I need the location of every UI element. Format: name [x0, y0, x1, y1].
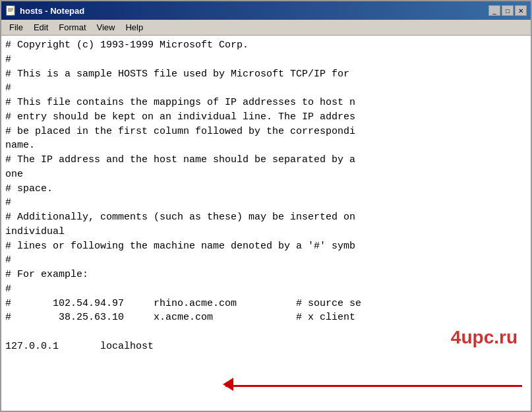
line-12: # — [5, 196, 527, 210]
close-button[interactable]: ✕ — [515, 5, 527, 16]
menu-view[interactable]: View — [92, 21, 121, 34]
window-title: hosts - Notepad — [20, 6, 488, 16]
text-area[interactable]: # Copyright (c) 1993-1999 Microsoft Corp… — [1, 36, 531, 411]
line-8: name. — [5, 138, 527, 153]
menu-edit[interactable]: Edit — [28, 21, 53, 34]
arrow-line — [225, 385, 522, 387]
line-15: # lines or following the machine name de… — [5, 239, 527, 254]
maximize-button[interactable]: □ — [502, 5, 514, 16]
line-13: # Additionally, comments (such as these)… — [5, 210, 527, 225]
arrow-head-icon — [223, 378, 233, 391]
line-2: # — [5, 53, 527, 67]
line-10: one — [5, 167, 527, 182]
line-16: # — [5, 253, 527, 268]
line-11: # space. — [5, 182, 527, 196]
line-1: # Copyright (c) 1993-1999 Microsoft Corp… — [5, 38, 527, 53]
window-controls: _ □ ✕ — [488, 5, 527, 16]
menu-file[interactable]: File — [4, 21, 28, 34]
line-7: # be placed in the first column followed… — [5, 125, 527, 139]
line-6: # entry should be kept on an individual … — [5, 110, 527, 125]
line-4: # — [5, 81, 527, 96]
line-18: # — [5, 282, 527, 297]
line-17: # For example: — [5, 268, 527, 282]
line-20: # 38.25.63.10 x.acme.com # x client — [5, 310, 527, 325]
line-9: # The IP address and the host name shoul… — [5, 153, 527, 167]
line-5: # This file contains the mappings of IP … — [5, 96, 527, 110]
menu-bar: File Edit Format View Help — [1, 20, 531, 36]
svg-rect-1 — [7, 6, 12, 15]
menu-help[interactable]: Help — [120, 21, 148, 34]
line-19: # 102.54.94.97 rhino.acme.com # source s… — [5, 297, 527, 311]
line-3: # This is a sample HOSTS file used by Mi… — [5, 67, 527, 82]
app-icon — [5, 5, 16, 16]
line-14: individual — [5, 225, 527, 239]
main-window: hosts - Notepad _ □ ✕ File Edit Format V… — [0, 0, 532, 412]
title-bar: hosts - Notepad _ □ ✕ — [1, 1, 531, 20]
arrow-annotation — [1, 374, 531, 396]
menu-format[interactable]: Format — [53, 21, 91, 34]
line-22: 127.0.0.1 localhost — [5, 339, 527, 354]
minimize-button[interactable]: _ — [488, 5, 500, 16]
line-21 — [5, 325, 527, 339]
